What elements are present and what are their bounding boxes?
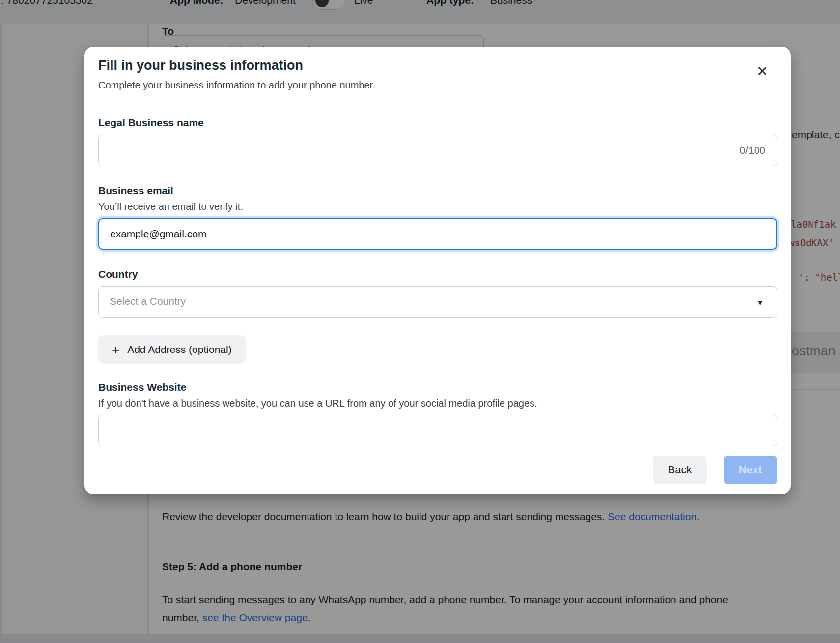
modal-title: Fill in your business information <box>98 58 777 73</box>
plus-icon: + <box>112 343 119 356</box>
next-button[interactable]: Next <box>724 456 777 484</box>
chevron-down-icon: ▼ <box>756 298 764 307</box>
country-placeholder: Select a Country <box>110 295 186 307</box>
country-label: Country <box>98 268 777 280</box>
business-email-input[interactable] <box>98 218 777 250</box>
close-icon: ✕ <box>756 64 768 79</box>
legal-name-input[interactable] <box>98 135 777 166</box>
country-select[interactable]: Select a Country ▼ <box>98 286 777 318</box>
business-website-label: Business Website <box>98 381 777 393</box>
business-info-modal: Fill in your business information Comple… <box>84 47 791 494</box>
screen: : 780207725105502 App Mode: Development … <box>0 0 840 643</box>
modal-subtitle: Complete your business information to ad… <box>98 80 777 91</box>
business-email-helper: You’ll receive an email to verify it. <box>98 201 777 212</box>
legal-name-label: Legal Business name <box>98 117 777 129</box>
add-address-button[interactable]: + Add Address (optional) <box>98 335 246 364</box>
add-address-label: Add Address (optional) <box>127 344 231 355</box>
business-website-input[interactable] <box>98 415 777 446</box>
back-button[interactable]: Back <box>653 456 707 484</box>
close-button[interactable]: ✕ <box>752 60 773 82</box>
char-counter: 0/100 <box>739 145 765 156</box>
business-website-helper: If you don't have a business website, yo… <box>98 398 777 409</box>
business-email-label: Business email <box>98 185 777 197</box>
